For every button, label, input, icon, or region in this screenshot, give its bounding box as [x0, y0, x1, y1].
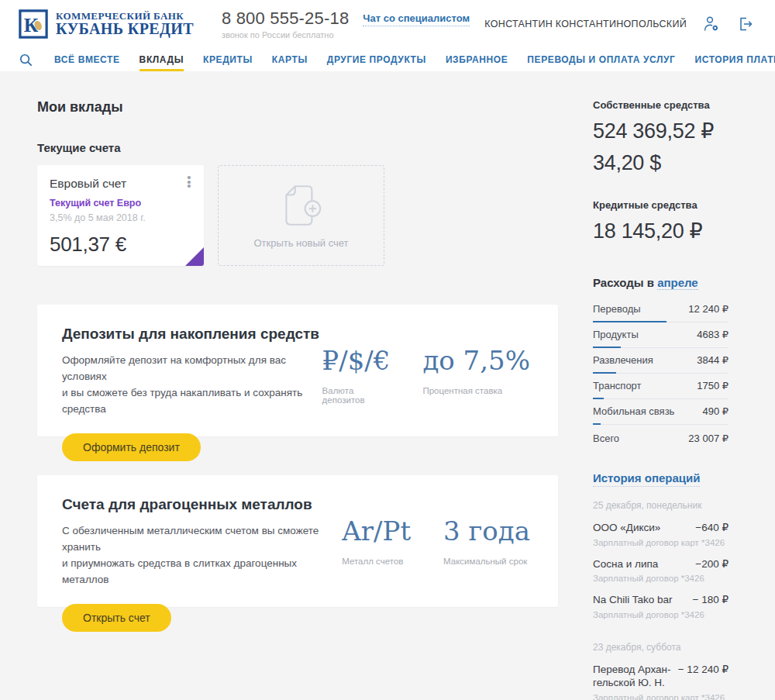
expenses-title: Расходы в апреле — [593, 276, 728, 289]
history-block: История операций 25 декабря, понедельник… — [593, 471, 728, 700]
open-deposit-button[interactable]: Оформить депозит — [62, 433, 201, 461]
history-date: 23 декабря, суббота — [593, 642, 728, 653]
support-phone: 8 800 555-25-18 звонок по России бесплат… — [222, 9, 349, 40]
logout-icon[interactable] — [736, 15, 755, 33]
main-navigation: ВСЁ ВМЕСТЕ ВКЛАДЫ КРЕДИТЫ КАРТЫ ДРУГИЕ П… — [0, 48, 775, 71]
deposit-currency-value: ₽/$/€ — [322, 345, 391, 376]
nav-tab-other-products[interactable]: ДРУГИЕ ПРОДУКТЫ — [327, 54, 426, 71]
open-metal-account-button[interactable]: Открыть счет — [62, 604, 171, 632]
credit-funds-block: Кредитные средства 18 145,20 ₽ — [593, 199, 728, 243]
metal-type-stat: Ar/Pt Металл счетов — [342, 516, 411, 607]
expense-row-entertainment: Развлечения 3844 ₽ — [593, 348, 728, 374]
deposit-rate-stat: до 7,5% Процентная ставка — [422, 345, 530, 436]
account-card-euro[interactable]: Евровый счет ••• Текущий счет Евро 3,5% … — [37, 165, 204, 266]
account-rate-term: 3,5% до 5 мая 2018 г. — [50, 212, 191, 223]
history-item[interactable]: Na Chili Tako bar − 180 ₽ Зарплатный дог… — [593, 593, 728, 619]
max-term-stat: 3 года Максимальный срок — [443, 516, 530, 607]
own-funds-usd: 34,20 $ — [593, 151, 728, 175]
own-funds-label: Собственные средства — [593, 99, 728, 111]
max-term-value: 3 года — [443, 516, 530, 547]
metal-type-value: Ar/Pt — [342, 516, 411, 547]
metals-promo-title: Счета для драгоценных металлов — [62, 496, 342, 513]
account-type: Текущий счет Евро — [50, 198, 191, 209]
page-title: Мои вклады — [37, 99, 558, 116]
own-funds-rub: 524 369,52 ₽ — [593, 119, 728, 143]
expense-row-groceries: Продукты 4683 ₽ — [593, 322, 728, 348]
metal-type-label: Металл счетов — [342, 557, 411, 566]
current-accounts-title: Текущие счета — [37, 141, 558, 154]
chat-with-specialist-link[interactable]: Чат со специалистом — [363, 12, 470, 26]
history-item[interactable]: ООО «Дикси» −640 ₽ Зарплатный договор ка… — [593, 521, 728, 547]
metals-promo-description: С обезличенным металлическим счетом вы с… — [62, 523, 342, 588]
bank-logo[interactable]: К КОММЕРЧЕСКИЙ БАНК КУБАНЬ КРЕДИТ — [19, 9, 194, 39]
bank-name-line2: КУБАНЬ КРЕДИТ — [56, 21, 194, 37]
max-term-label: Максимальный срок — [443, 557, 530, 566]
credit-funds-amount: 18 145,20 ₽ — [593, 219, 728, 243]
account-menu-icon[interactable]: ••• — [184, 175, 195, 188]
expense-row-transport: Транспорт 1750 ₽ — [593, 374, 728, 399]
expenses-month-link[interactable]: апреле — [657, 276, 698, 290]
nav-tab-deposits[interactable]: ВКЛАДЫ — [140, 54, 184, 71]
expense-total-row: Всего 23 007 ₽ — [593, 425, 728, 444]
credit-funds-label: Кредитные средства — [593, 199, 728, 211]
expense-row-mobile: Мобильная связь 490 ₽ — [593, 399, 728, 425]
history-title-link[interactable]: История операций — [593, 471, 700, 487]
support-phone-note: звонок по России бесплатно — [222, 30, 349, 40]
account-balance: 501,37 € — [50, 233, 126, 257]
metals-promo-card: Счета для драгоценных металлов С обезлич… — [37, 475, 558, 607]
nav-tab-cards[interactable]: КАРТЫ — [272, 54, 308, 71]
nav-tab-all[interactable]: ВСЁ ВМЕСТЕ — [54, 54, 120, 71]
card-corner-decoration — [185, 247, 204, 266]
bank-logo-icon: К — [19, 9, 48, 39]
history-date: 25 декабря, понедельник — [593, 500, 728, 511]
deposit-rate-value: до 7,5% — [422, 345, 530, 376]
deposit-currency-label: Валюта депозитов — [322, 386, 391, 405]
own-funds-block: Собственные средства 524 369,52 ₽ 34,20 … — [593, 99, 728, 175]
deposits-promo-card: Депозиты для накопления средств Оформляй… — [37, 305, 558, 436]
nav-tab-favorites[interactable]: ИЗБРАННОЕ — [446, 54, 508, 71]
profile-settings-icon[interactable] — [702, 15, 721, 33]
bank-name-line1: КОММЕРЧЕСКИЙ БАНК — [56, 11, 194, 22]
expense-row-transfers: Переводы 12 240 ₽ — [593, 297, 728, 322]
history-item[interactable]: Перевод Архан­гельской Ю. Н. − 12 240 ₽ … — [593, 663, 728, 700]
nav-tab-payment-history[interactable]: ИСТОРИЯ ПЛАТЕЖЕЙ — [694, 54, 775, 71]
deposit-rate-label: Процентная ставка — [422, 386, 530, 395]
search-icon[interactable] — [19, 53, 33, 67]
open-new-account-card[interactable]: Открыть новый счет — [218, 165, 384, 266]
deposits-promo-title: Депозиты для накопления средств — [62, 326, 322, 343]
user-name: КОНСТАНТИН КОНСТАНТИНОПОЛЬСКИЙ — [484, 19, 687, 29]
history-item[interactable]: Сосна и липа −200 ₽ Зарплатный договор *… — [593, 557, 728, 584]
main-content: Мои вклады Текущие счета Евровый счет ••… — [0, 71, 775, 700]
account-name: Евровый счет — [50, 177, 191, 191]
header: К КОММЕРЧЕСКИЙ БАНК КУБАНЬ КРЕДИТ 8 800 … — [0, 0, 775, 48]
deposits-promo-description: Оформляйте депозит на комфортных для вас… — [62, 353, 322, 418]
nav-tab-credits[interactable]: КРЕДИТЫ — [203, 54, 253, 71]
nav-tab-transfers-payments[interactable]: ПЕРЕВОДЫ И ОПЛАТА УСЛУГ — [527, 54, 675, 71]
deposit-currency-stat: ₽/$/€ Валюта депозитов — [322, 345, 391, 436]
expenses-block: Расходы в апреле Переводы 12 240 ₽ Проду… — [593, 276, 728, 444]
support-phone-number: 8 800 555-25-18 — [222, 9, 349, 29]
open-new-account-label: Открыть новый счет — [253, 237, 348, 249]
expense-bar — [593, 423, 601, 425]
new-document-icon — [276, 182, 327, 230]
